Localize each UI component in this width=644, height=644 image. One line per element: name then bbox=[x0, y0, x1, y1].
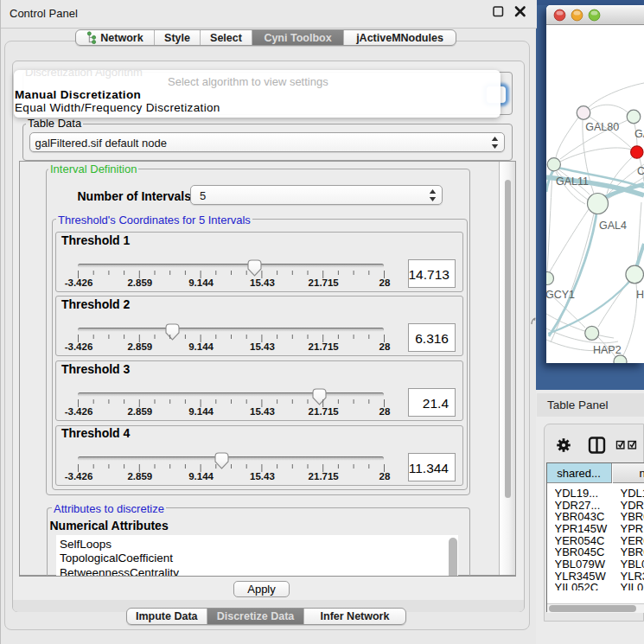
svg-text:GA: GA bbox=[634, 128, 644, 140]
svg-text:GAL4: GAL4 bbox=[599, 220, 627, 232]
svg-text:H: H bbox=[636, 289, 644, 301]
svg-text:GAL80: GAL80 bbox=[585, 121, 619, 133]
svg-text:C: C bbox=[637, 165, 644, 177]
svg-text:GAL11: GAL11 bbox=[556, 175, 589, 188]
svg-text:HAP2: HAP2 bbox=[593, 344, 622, 356]
svg-text:GCY1: GCY1 bbox=[546, 289, 575, 301]
